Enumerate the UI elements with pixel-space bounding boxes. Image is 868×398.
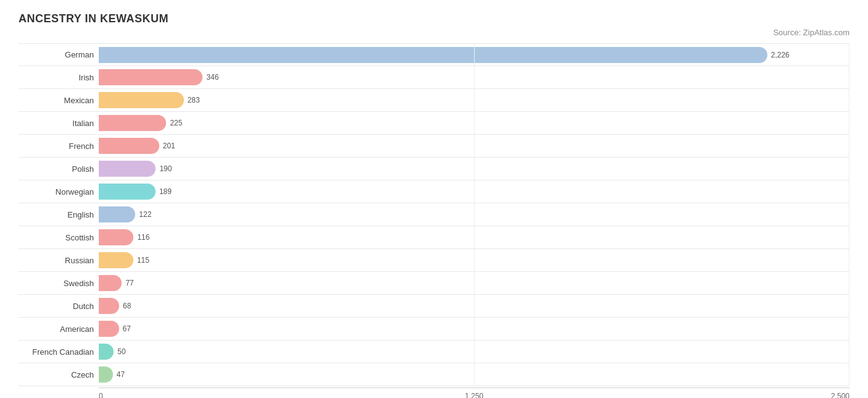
bar-fill xyxy=(99,161,156,177)
bar-cell: 189 xyxy=(99,180,849,203)
bar-label: French xyxy=(19,142,99,151)
bar-fill xyxy=(99,298,119,314)
bar-row: Russian115 xyxy=(19,249,849,272)
bar-fill xyxy=(99,321,119,337)
bar-value-label: 68 xyxy=(123,302,131,310)
bar-fill xyxy=(99,69,202,85)
bar-fill xyxy=(99,229,133,245)
bar-cell: 67 xyxy=(99,318,849,340)
bar-cell: 77 xyxy=(99,272,849,294)
bar-value-label: 115 xyxy=(137,256,149,265)
bar-label: Polish xyxy=(19,164,99,174)
bar-value-label: 283 xyxy=(188,96,200,104)
source-label: Source: ZipAtlas.com xyxy=(19,28,849,37)
bar-cell: 116 xyxy=(99,226,849,248)
bar-row: Swedish77 xyxy=(19,272,849,295)
bar-cell: 68 xyxy=(99,295,849,317)
bar-row: French Canadian50 xyxy=(19,341,849,363)
bar-fill xyxy=(99,184,156,200)
bar-label: American xyxy=(19,324,99,334)
bar-label: French Canadian xyxy=(19,347,99,357)
chart-area: German2,226Irish346Mexican283Italian225F… xyxy=(19,43,849,386)
bar-label: Dutch xyxy=(19,302,99,311)
bar-label: Irish xyxy=(19,73,99,82)
bar-label: Italian xyxy=(19,119,99,128)
bar-row: English122 xyxy=(19,203,849,226)
bar-value-label: 225 xyxy=(170,119,182,127)
x-tick-0: 0 xyxy=(99,392,103,398)
x-axis-container: 0 1,250 2,500 xyxy=(99,387,849,398)
chart-container: ANCESTRY IN KEWASKUM Source: ZipAtlas.co… xyxy=(19,12,849,398)
bar-cell: 225 xyxy=(99,112,849,134)
bar-row: Czech47 xyxy=(19,363,849,386)
bar-value-label: 67 xyxy=(123,324,131,333)
bar-cell: 47 xyxy=(99,363,849,386)
bar-row: German2,226 xyxy=(19,43,849,66)
bar-label: Czech xyxy=(19,370,99,379)
bar-label: Mexican xyxy=(19,96,99,105)
bar-fill xyxy=(99,344,114,360)
bar-fill xyxy=(99,47,767,63)
bar-label: English xyxy=(19,210,99,219)
bar-row: Polish190 xyxy=(19,158,849,180)
bar-cell: 283 xyxy=(99,89,849,111)
bar-value-label: 346 xyxy=(206,73,219,82)
bar-value-label: 190 xyxy=(159,164,172,173)
bar-fill xyxy=(99,206,135,222)
bar-cell: 2,226 xyxy=(99,44,849,66)
bar-value-label: 116 xyxy=(137,233,149,242)
bar-value-label: 201 xyxy=(163,142,175,150)
bar-row: American67 xyxy=(19,318,849,341)
bar-fill xyxy=(99,138,159,154)
bar-cell: 50 xyxy=(99,341,849,363)
bar-cell: 190 xyxy=(99,158,849,180)
bar-row: Norwegian189 xyxy=(19,180,849,203)
bar-fill xyxy=(99,275,122,291)
x-tick-1250: 1,250 xyxy=(465,392,483,398)
bar-row: Mexican283 xyxy=(19,89,849,112)
bar-row: French201 xyxy=(19,135,849,158)
bar-label: Swedish xyxy=(19,279,99,288)
bar-value-label: 50 xyxy=(117,347,125,356)
bar-fill xyxy=(99,366,113,383)
x-tick-2500: 2,500 xyxy=(831,392,849,398)
bar-fill xyxy=(99,92,184,108)
bar-label: Russian xyxy=(19,256,99,265)
bar-fill xyxy=(99,252,133,268)
bar-label: Norwegian xyxy=(19,187,99,197)
bar-value-label: 2,226 xyxy=(771,51,790,59)
bar-cell: 201 xyxy=(99,135,849,157)
bar-label: German xyxy=(19,50,99,59)
bar-label: Scottish xyxy=(19,233,99,242)
bar-value-label: 47 xyxy=(117,370,125,379)
bar-row: Scottish116 xyxy=(19,226,849,249)
bar-value-label: 189 xyxy=(159,187,172,196)
bar-cell: 346 xyxy=(99,66,849,88)
bar-cell: 115 xyxy=(99,249,849,271)
bar-row: Italian225 xyxy=(19,112,849,135)
bar-fill xyxy=(99,115,166,131)
bar-row: Dutch68 xyxy=(19,295,849,318)
bar-cell: 122 xyxy=(99,203,849,226)
bar-row: Irish346 xyxy=(19,66,849,89)
chart-title: ANCESTRY IN KEWASKUM xyxy=(19,12,849,25)
bar-value-label: 122 xyxy=(139,210,151,219)
bar-value-label: 77 xyxy=(125,279,133,287)
